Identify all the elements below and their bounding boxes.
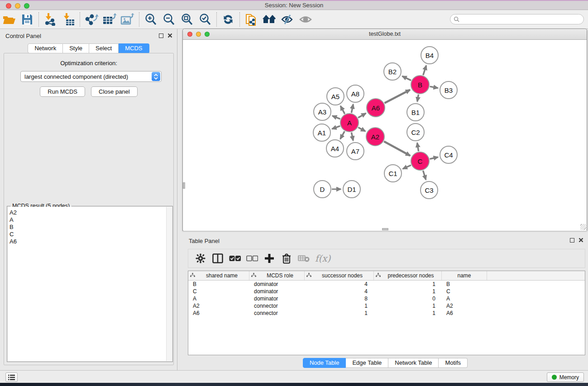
mcds-result-item[interactable]: A6 <box>8 238 166 245</box>
hide-graphics-details-icon[interactable] <box>278 12 296 27</box>
import-table-icon[interactable] <box>59 12 77 27</box>
node-C2[interactable]: C2 <box>406 123 425 141</box>
edge-A-A7[interactable] <box>351 133 353 141</box>
function-builder-fx-icon[interactable]: f(x) <box>315 253 330 264</box>
node-A8[interactable]: A8 <box>346 85 364 103</box>
node-A7[interactable]: A7 <box>346 142 364 160</box>
node-B4[interactable]: B4 <box>421 46 439 64</box>
edge-A-A4[interactable] <box>340 131 344 139</box>
export-network-icon[interactable] <box>82 12 100 27</box>
node-A1[interactable]: A1 <box>313 124 331 142</box>
result-scrollbar[interactable] <box>166 207 172 361</box>
edge-B-B4[interactable] <box>423 66 426 75</box>
refresh-layout-icon[interactable] <box>219 12 237 27</box>
close-table-panel-icon[interactable] <box>578 238 583 243</box>
zoom-window-button[interactable] <box>24 3 29 9</box>
memory-button[interactable]: Memory <box>547 372 584 382</box>
network-window-titlebar[interactable]: testGlobe.txt <box>183 29 587 40</box>
node-A5[interactable]: A5 <box>326 87 344 105</box>
edge-A6-B[interactable] <box>385 90 410 103</box>
edge-B-B2[interactable] <box>402 76 411 80</box>
column-header-shared-name[interactable]: shared name <box>188 271 249 280</box>
toggle-column-panel-icon[interactable] <box>209 251 226 266</box>
float-panel-icon[interactable] <box>159 33 163 38</box>
table-row[interactable]: Bdominator41B <box>188 281 585 288</box>
node-B[interactable]: B <box>411 75 430 94</box>
zoom-selected-icon[interactable] <box>196 12 214 27</box>
minimize-window-button[interactable] <box>15 3 20 9</box>
mcds-result-item[interactable]: A2 <box>8 209 166 216</box>
zoom-network-button[interactable] <box>205 32 210 37</box>
save-session-icon[interactable] <box>18 12 36 27</box>
close-panel-icon[interactable] <box>167 33 172 38</box>
node-C[interactable]: C <box>411 152 430 171</box>
search-input[interactable] <box>461 16 583 23</box>
tab-mcds[interactable]: MCDS <box>119 43 149 53</box>
mcds-result-item[interactable]: C <box>8 231 166 238</box>
column-header-MCDS-role[interactable]: MCDS role <box>249 271 305 280</box>
edge-A-A3[interactable] <box>332 116 340 119</box>
edge-A2-C[interactable] <box>384 142 410 156</box>
tab-motifs[interactable]: Motifs <box>439 358 468 368</box>
edge-A-A5[interactable] <box>340 106 344 114</box>
node-C3[interactable]: C3 <box>420 181 438 199</box>
node-C4[interactable]: C4 <box>440 146 458 164</box>
node-B1[interactable]: B1 <box>406 103 425 121</box>
mcds-result-item[interactable]: A <box>8 216 166 224</box>
deselect-all-checkboxes-icon[interactable] <box>244 251 261 266</box>
zoom-fit-icon[interactable] <box>178 12 196 27</box>
node-C1[interactable]: C1 <box>384 164 402 182</box>
network-resize-grip[interactable] <box>580 224 586 230</box>
export-image-icon[interactable] <box>119 12 137 27</box>
column-header-predecessor-nodes[interactable]: predecessor nodes <box>374 271 442 280</box>
column-header-successor-nodes[interactable]: successor nodes <box>305 271 374 280</box>
zoom-out-icon[interactable] <box>160 12 178 27</box>
tab-edge-table[interactable]: Edge Table <box>346 358 388 368</box>
run-mcds-button[interactable]: Run MCDS <box>40 86 85 97</box>
open-session-icon[interactable] <box>0 12 18 27</box>
edge-A-A1[interactable] <box>332 126 340 129</box>
close-network-button[interactable] <box>187 32 192 37</box>
show-graphics-details-icon[interactable] <box>296 12 315 27</box>
node-A6[interactable]: A6 <box>366 98 385 117</box>
edge-C-C4[interactable] <box>430 157 438 159</box>
edge-A-A6[interactable] <box>358 113 366 118</box>
search-field[interactable] <box>450 14 584 24</box>
close-panel-button[interactable]: Close panel <box>91 86 138 97</box>
delete-table-icon[interactable] <box>295 251 312 266</box>
node-B2[interactable]: B2 <box>383 62 402 81</box>
tab-network[interactable]: Network <box>28 43 63 53</box>
table-row[interactable]: Adominator80A <box>188 295 585 302</box>
edge-B-B3[interactable] <box>430 86 438 88</box>
node-A[interactable]: A <box>340 113 359 132</box>
tab-style[interactable]: Style <box>63 43 89 53</box>
show-panels-list-button[interactable] <box>5 372 18 382</box>
criterion-select[interactable]: largest connected component (directed) <box>20 71 162 82</box>
edge-C-C1[interactable] <box>403 165 411 169</box>
table-row[interactable]: Cdominator41C <box>188 288 585 295</box>
edge-C-C3[interactable] <box>423 171 426 180</box>
network-vertical-scrollbar[interactable] <box>183 182 185 189</box>
node-A3[interactable]: A3 <box>313 103 331 121</box>
tab-node-table[interactable]: Node Table <box>303 358 346 368</box>
table-row[interactable]: A6connector11A6 <box>188 310 585 317</box>
edge-C-C2[interactable] <box>417 143 419 152</box>
float-table-panel-icon[interactable] <box>570 238 574 243</box>
export-table-icon[interactable] <box>100 12 119 27</box>
import-network-icon[interactable] <box>41 12 59 27</box>
edge-A-A8[interactable] <box>351 105 353 113</box>
home-view-icon[interactable] <box>260 12 278 27</box>
close-window-button[interactable] <box>6 3 11 9</box>
tab-network-table[interactable]: Network Table <box>388 358 439 368</box>
minimize-network-button[interactable] <box>196 32 201 37</box>
node-A2[interactable]: A2 <box>366 127 385 146</box>
add-column-icon[interactable] <box>261 251 278 266</box>
node-A4[interactable]: A4 <box>326 139 344 157</box>
select-all-checkboxes-icon[interactable] <box>226 251 244 266</box>
edge-B-B1[interactable] <box>417 95 419 102</box>
delete-columns-trash-icon[interactable] <box>278 251 295 266</box>
network-horizontal-scrollbar[interactable] <box>382 228 388 230</box>
mcds-result-list[interactable]: A2ABCA6 <box>8 207 166 361</box>
duplicate-network-icon[interactable] <box>242 12 260 27</box>
column-header-name[interactable]: name <box>442 271 487 280</box>
